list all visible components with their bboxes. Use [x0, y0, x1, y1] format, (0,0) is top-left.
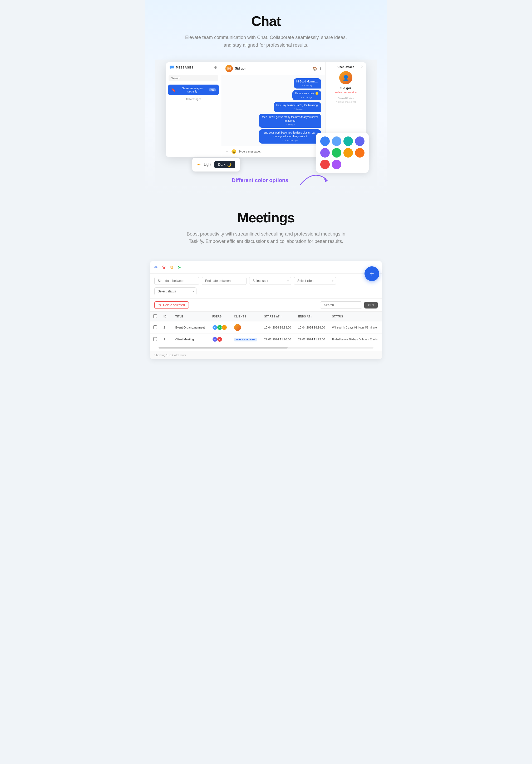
- horizontal-scrollbar[interactable]: [159, 347, 373, 348]
- home-icon[interactable]: 🏠: [313, 67, 317, 71]
- delete-selected-label: Delete selected: [163, 303, 185, 307]
- color-swatch-yellow[interactable]: [343, 148, 353, 157]
- svg-rect-0: [170, 66, 174, 69]
- message-text-2: Have a nice day. 😊: [295, 92, 318, 95]
- row2-id: 1: [160, 334, 172, 345]
- chat-subtitle: Elevate team communication with Chat. Co…: [184, 34, 348, 49]
- you-badge: You: [209, 88, 216, 92]
- select-status-dropdown[interactable]: Select status: [154, 287, 197, 295]
- row1-checkbox[interactable]: [153, 325, 157, 329]
- color-swatch-purple[interactable]: [332, 160, 341, 169]
- add-meeting-button[interactable]: +: [365, 266, 379, 281]
- color-swatches-card: [316, 133, 369, 173]
- chat-sidebar-title-row: MESSAGES: [170, 66, 193, 69]
- scroll-indicator-wrapper: [150, 345, 382, 351]
- col-ends-at[interactable]: ENDS AT ↕: [295, 312, 329, 321]
- table-footer: Showing 1 to 2 of 2 rows: [150, 351, 382, 359]
- meetings-card: ✏ 🗑 ⧉ ➤ Select user ▾ Select client ▾: [150, 261, 382, 359]
- saved-messages-item[interactable]: 🔖 Save messages secretly You: [168, 85, 219, 95]
- sun-icon: ☀: [197, 162, 201, 167]
- chat-header-icons: 🏠 ℹ: [313, 67, 321, 71]
- table-search-input[interactable]: [320, 301, 362, 309]
- table-settings-button[interactable]: ⚙ ▾: [364, 302, 378, 308]
- meetings-outer: + ✏ 🗑 ⧉ ➤ Select user ▾ Select client: [145, 261, 387, 370]
- theme-toggle-card: ☀ Light Dark 🌙: [192, 158, 240, 171]
- col-title[interactable]: TITLE: [172, 312, 209, 321]
- emoji-icon[interactable]: 😊: [231, 149, 237, 154]
- info-icon[interactable]: ℹ: [320, 67, 321, 71]
- col-status[interactable]: STATUS: [329, 312, 382, 321]
- chat-search-input[interactable]: [169, 75, 218, 82]
- select-client-dropdown[interactable]: Select client: [294, 277, 336, 285]
- col-users[interactable]: USERS: [209, 312, 231, 321]
- table-row: 2 Event Organizing meet A B C 1: [150, 321, 382, 334]
- settings-gear-icon: ⚙: [368, 303, 371, 307]
- settings-icon[interactable]: ⚙: [214, 65, 217, 70]
- message-bubble-5: and your work becomes flawless plus uh c…: [259, 129, 321, 143]
- chat-mockup-wrapper: MESSAGES ⚙ 🔖 Save messages secretly You …: [155, 60, 377, 186]
- panel-close-button[interactable]: ✕: [361, 65, 363, 69]
- row2-checkbox-cell: [150, 334, 160, 345]
- color-swatch-teal[interactable]: [343, 136, 353, 146]
- message-input[interactable]: [239, 150, 316, 153]
- delete-icon[interactable]: 🗑: [162, 265, 166, 270]
- meetings-subtitle: Boost productivity with streamlined sche…: [179, 230, 353, 246]
- dark-mode-button[interactable]: Dark 🌙: [214, 161, 235, 168]
- row1-clients: [231, 321, 261, 334]
- copy-icon[interactable]: ⧉: [170, 265, 173, 270]
- row2-title: Client Meeting: [172, 334, 209, 345]
- delete-selected-button[interactable]: 🗑 Delete selected: [154, 301, 189, 309]
- message-text-1: Hi Good Morning...: [296, 80, 318, 83]
- color-swatch-red[interactable]: [320, 160, 330, 169]
- col-starts-at[interactable]: STARTS AT ↕: [261, 312, 295, 321]
- select-user-wrapper: Select user ▾: [249, 277, 291, 285]
- export-icon[interactable]: ➤: [178, 265, 181, 270]
- color-swatch-orange[interactable]: [355, 148, 365, 157]
- row2-users: D E: [209, 334, 231, 345]
- panel-title: User Details: [329, 65, 363, 69]
- edit-icon[interactable]: ✏: [154, 265, 158, 270]
- row2-status: Ended before 48 days 04 hours 51 min: [329, 334, 382, 345]
- light-label[interactable]: Light: [204, 162, 211, 166]
- select-all-checkbox[interactable]: [153, 314, 157, 318]
- col-clients[interactable]: CLIENTS: [231, 312, 261, 321]
- message-meta-5: ✓ 1 second ago: [262, 139, 318, 142]
- col-id[interactable]: ID ↕: [160, 312, 172, 321]
- all-messages-label: All Messages: [166, 96, 221, 102]
- chat-messages: Hi Good Morning... ✓✓ 1m ago Have a nice…: [221, 75, 325, 146]
- select-user-dropdown[interactable]: Select user: [249, 277, 291, 285]
- row1-title: Event Organizing meet: [172, 321, 209, 334]
- row1-ends-at: 10-04-2024 18:18:00: [295, 321, 329, 334]
- chat-user-avatar: SG: [226, 65, 233, 72]
- row1-status-text: Will start in 0 days 01 hours 59 minute: [332, 326, 377, 329]
- select-client-wrapper: Select client ▾: [294, 277, 336, 285]
- color-swatch-lightblue[interactable]: [332, 136, 341, 146]
- panel-delete-link[interactable]: Delete Conversation: [329, 91, 363, 94]
- color-swatch-violet[interactable]: [320, 148, 330, 157]
- chat-user-name: Sid gor: [235, 67, 246, 70]
- color-swatch-indigo[interactable]: [355, 136, 365, 146]
- chevron-settings-icon: ▾: [372, 303, 374, 307]
- panel-user-avatar: 👤: [339, 71, 352, 84]
- chat-user-info: SG Sid gor: [226, 65, 246, 72]
- client-avatar-1: [234, 324, 241, 331]
- color-swatch-green[interactable]: [332, 148, 341, 157]
- not-assigned-badge: NOT ASSIGNED: [234, 338, 257, 341]
- trash-icon: 🗑: [158, 303, 161, 307]
- scroll-thumb: [159, 347, 287, 348]
- row2-starts-at: 22-02-2024 11:20:00: [261, 334, 295, 345]
- message-text-5: and your work becomes flawless plus uh c…: [264, 131, 316, 138]
- message-bubble-4: then uh will get so many features that y…: [259, 114, 321, 128]
- end-date-input[interactable]: [202, 277, 247, 285]
- row2-checkbox[interactable]: [153, 337, 157, 341]
- row1-status: Will start in 0 days 01 hours 59 minute: [329, 321, 382, 334]
- plus-icon[interactable]: ＋: [225, 149, 229, 154]
- moon-icon: 🌙: [227, 162, 232, 167]
- row1-starts-at: 10-04-2024 18:13:00: [261, 321, 295, 334]
- start-date-input[interactable]: [154, 277, 199, 285]
- row2-status-text: Ended before 48 days 04 hours 51 min: [332, 338, 377, 341]
- dark-label: Dark: [218, 162, 225, 166]
- chat-sidebar: MESSAGES ⚙ 🔖 Save messages secretly You …: [166, 62, 221, 157]
- color-swatch-blue[interactable]: [320, 136, 330, 146]
- table-header-row: ID ↕ TITLE USERS CLIENTS STARTS AT ↕ END…: [150, 312, 382, 321]
